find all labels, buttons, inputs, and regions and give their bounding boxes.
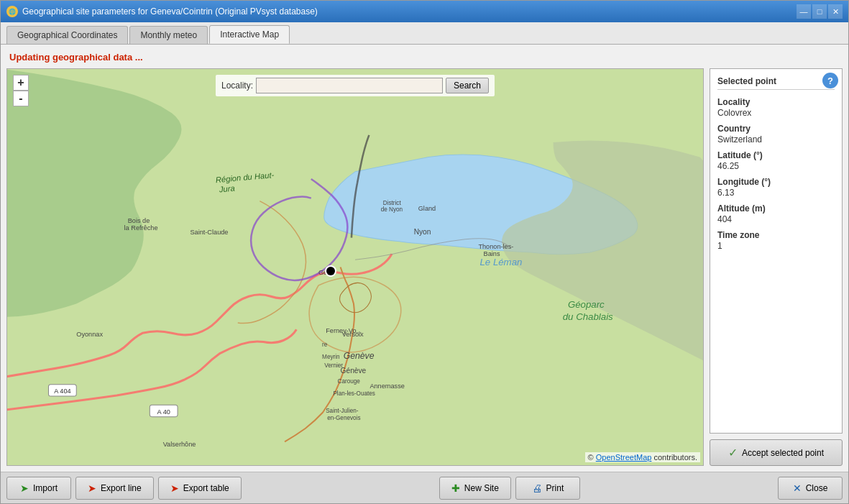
svg-text:Annemasse: Annemasse: [370, 382, 404, 390]
help-button[interactable]: ?: [822, 73, 838, 88]
svg-text:re: re: [322, 342, 328, 348]
svg-text:de Nyon: de Nyon: [381, 206, 403, 213]
selected-point-title: Selected point: [717, 76, 835, 90]
close-label: Close: [806, 483, 828, 493]
main-window: 🌐 Geographical site parameters for Genev…: [0, 0, 849, 504]
map-container[interactable]: + - Locality: Search: [6, 68, 704, 466]
print-icon: 🖨: [532, 482, 542, 494]
latitude-field: Latitude (°) 46.25: [717, 150, 835, 171]
export-table-label: Export table: [183, 483, 229, 493]
timezone-field: Time zone 1: [717, 230, 835, 251]
country-field-label: Country: [717, 124, 835, 134]
tab-interactive-map[interactable]: Interactive Map: [209, 25, 290, 44]
export-table-icon: ➤: [170, 482, 179, 494]
svg-text:A 40: A 40: [157, 408, 170, 416]
search-bar: Locality: Search: [216, 75, 495, 96]
svg-text:Gland: Gland: [418, 205, 436, 212]
longitude-field-value: 6.13: [717, 188, 835, 198]
altitude-field: Altitude (m) 404: [717, 203, 835, 224]
svg-text:Le Léman: Le Léman: [479, 257, 522, 267]
country-field-value: Switzerland: [717, 134, 835, 145]
timezone-field-value: 1: [717, 241, 835, 251]
svg-text:Jura: Jura: [218, 184, 235, 194]
close-icon: ✕: [793, 482, 802, 494]
search-button[interactable]: Search: [446, 78, 489, 93]
minimize-button[interactable]: —: [797, 4, 811, 19]
svg-text:Valserhône: Valserhône: [163, 441, 196, 448]
svg-text:la Refrêche: la Refrêche: [124, 224, 158, 232]
osm-link[interactable]: OpenStreetMap: [596, 453, 652, 462]
selected-point-box: Selected point Locality Colovrex Country…: [710, 68, 843, 434]
locality-field: Locality Colovrex: [717, 97, 835, 118]
svg-text:Meyrin: Meyrin: [322, 354, 339, 360]
print-button[interactable]: 🖨 Print: [515, 477, 580, 500]
bottom-toolbar: ➤ Import ➤ Export line ➤ Export table ✚ …: [1, 472, 848, 503]
svg-text:Saint-Claude: Saint-Claude: [190, 229, 228, 236]
svg-text:Génève: Génève: [341, 367, 367, 375]
map-svg: Région du Haut- Jura Bois de la Refrêche…: [7, 69, 703, 465]
altitude-field-label: Altitude (m): [717, 203, 835, 214]
checkmark-icon: ✓: [728, 446, 738, 459]
svg-text:District: District: [383, 200, 402, 206]
locality-label: Locality:: [221, 81, 253, 91]
map-marker: [326, 267, 335, 275]
export-line-button[interactable]: ➤ Export line: [75, 477, 154, 500]
osm-credit: © OpenStreetMap contributors.: [585, 452, 700, 462]
longitude-field: Longitude (°) 6.13: [717, 177, 835, 198]
import-icon: ➤: [20, 482, 29, 494]
zoom-out-button[interactable]: -: [13, 91, 29, 106]
svg-text:Oyonnax: Oyonnax: [76, 331, 103, 338]
window-title: Geographical site parameters for Geneva/…: [22, 6, 797, 17]
export-line-icon: ➤: [88, 482, 96, 494]
map-zoom-controls: + -: [13, 75, 29, 106]
tab-geographical-coordinates[interactable]: Geographical Coordinates: [6, 26, 128, 44]
longitude-field-label: Longitude (°): [717, 177, 835, 187]
timezone-field-label: Time zone: [717, 230, 835, 240]
close-button[interactable]: ✕ Close: [778, 477, 843, 500]
svg-text:Saint-Julien-: Saint-Julien-: [326, 408, 359, 414]
main-area: + - Locality: Search: [6, 68, 843, 466]
svg-text:Plan-les-Ouates: Plan-les-Ouates: [333, 390, 375, 397]
svg-text:Bois de: Bois de: [128, 217, 150, 224]
country-field: Country Switzerland: [717, 124, 835, 145]
svg-text:A 404: A 404: [54, 388, 70, 395]
accept-selected-point-button[interactable]: ✓ Accept selected point: [710, 439, 843, 466]
maximize-button[interactable]: □: [812, 4, 827, 19]
new-site-label: New Site: [464, 483, 499, 493]
new-site-button[interactable]: ✚ New Site: [439, 477, 511, 500]
right-panel: ? Selected point Locality Colovrex Count…: [710, 68, 843, 466]
svg-text:Versoix: Versoix: [342, 331, 364, 338]
locality-field-label: Locality: [717, 97, 835, 107]
import-button[interactable]: ➤ Import: [6, 477, 71, 500]
tab-monthly-meteo[interactable]: Monthly meteo: [129, 26, 208, 44]
export-table-button[interactable]: ➤ Export table: [158, 477, 242, 500]
locality-field-value: Colovrex: [717, 108, 835, 118]
tab-content: Updating geographical data ... + - Local…: [1, 45, 848, 472]
svg-text:du Chablais: du Chablais: [563, 311, 613, 322]
new-site-icon: ✚: [451, 482, 460, 494]
svg-text:Carouge: Carouge: [338, 378, 361, 385]
import-label: Import: [33, 483, 58, 493]
svg-text:Thonon-les-: Thonon-les-: [478, 243, 513, 250]
latitude-field-value: 46.25: [717, 161, 835, 171]
titlebar: 🌐 Geographical site parameters for Genev…: [1, 1, 848, 22]
svg-text:Géoparc: Géoparc: [568, 299, 605, 310]
status-text: Updating geographical data ...: [6, 50, 843, 64]
latitude-field-label: Latitude (°): [717, 150, 835, 160]
accept-btn-label: Accept selected point: [742, 448, 824, 458]
zoom-in-button[interactable]: +: [13, 75, 29, 91]
titlebar-controls: — □ ✕: [797, 4, 843, 19]
print-label: Print: [546, 483, 564, 493]
svg-text:en-Genevois: en-Genevois: [327, 415, 360, 421]
export-line-label: Export line: [101, 483, 142, 493]
close-window-button[interactable]: ✕: [828, 4, 843, 19]
svg-text:Genève: Genève: [344, 351, 375, 361]
altitude-field-value: 404: [717, 214, 835, 224]
app-icon: 🌐: [6, 6, 18, 17]
svg-text:Nyon: Nyon: [414, 228, 431, 236]
locality-search-input[interactable]: [256, 78, 443, 93]
tab-bar: Geographical Coordinates Monthly meteo I…: [1, 22, 848, 45]
